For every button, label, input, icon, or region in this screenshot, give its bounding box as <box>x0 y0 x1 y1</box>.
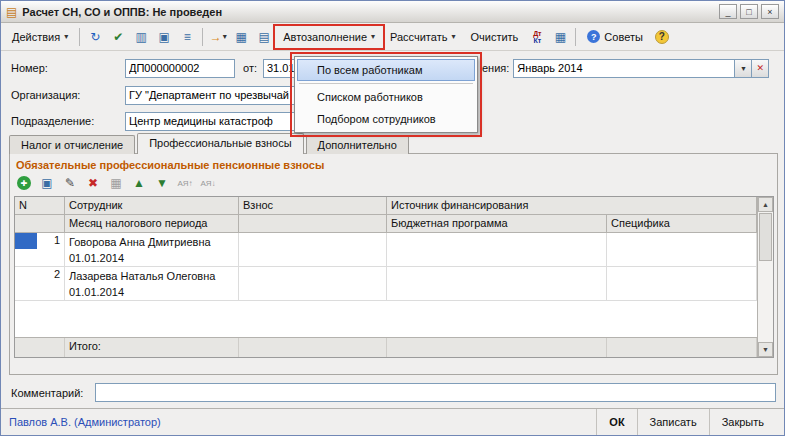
footer-buttons: ОК Записать Закрыть <box>596 409 776 435</box>
row-selection-marker <box>15 233 37 249</box>
scroll-down-icon: ▼ <box>762 346 769 353</box>
sort-asc-button[interactable]: АЯ↑ <box>176 174 194 192</box>
totals-row: Итого: <box>15 337 757 357</box>
reread-icon: ↻ <box>90 31 100 43</box>
document-icon: ▤ <box>6 5 17 19</box>
reread-button[interactable]: ↻ <box>84 26 106 48</box>
toolbar-separator <box>575 28 576 46</box>
scrollbar-thumb[interactable] <box>759 213 772 261</box>
organization-row: Организация: <box>11 85 301 105</box>
toolbar-separator <box>202 28 203 46</box>
column-header-month: Месяц налогового периода <box>65 215 239 233</box>
period-clear-button[interactable]: ✕ <box>752 59 769 78</box>
period-month: 01.01.2014 <box>69 250 234 266</box>
department-row: Подразделение: <box>11 111 301 131</box>
contributions-table: N Сотрудник Взнос Источник финансировани… <box>14 196 774 358</box>
tab-additional[interactable]: Дополнительно <box>306 135 409 154</box>
row-number-cell: 1 <box>15 233 65 266</box>
main-toolbar: Действия ▾ ↻ ✔ ▥ ▣ ≡ → ▾ ▦ ▤ Автозаполне… <box>1 23 784 51</box>
edit-row-button[interactable]: ✎ <box>61 174 79 192</box>
department-input[interactable] <box>125 112 301 131</box>
add-row-button[interactable]: ✚ <box>15 174 33 192</box>
move-down-button[interactable]: ▼ <box>153 174 171 192</box>
calculate-label: Рассчитать <box>390 31 447 43</box>
minimize-button[interactable]: _ <box>719 4 737 19</box>
arrow-down-icon: ▼ <box>156 177 168 189</box>
form-settings-button[interactable]: ▦ <box>230 26 252 48</box>
help-icon: ? <box>655 30 669 44</box>
post-button[interactable]: ✔ <box>107 26 129 48</box>
table-header-row-2: Месяц налогового периода Бюджетная прогр… <box>15 215 757 233</box>
close-label: Закрыть <box>722 416 764 428</box>
chevron-down-icon: ▾ <box>223 32 227 41</box>
scroll-down-button[interactable]: ▼ <box>758 342 773 357</box>
delete-row-button[interactable]: ✖ <box>84 174 102 192</box>
menu-item-all-employees[interactable]: По всем работникам <box>297 59 475 81</box>
structure-icon: ≡ <box>184 31 191 43</box>
date-label: от: <box>243 62 257 74</box>
delete-icon: ✖ <box>88 177 98 189</box>
copy-button[interactable]: ▣ <box>153 26 175 48</box>
totals-program-cell <box>387 338 607 357</box>
list-output-button[interactable]: ▤ <box>253 26 275 48</box>
totals-contribution-cell <box>239 338 387 357</box>
menu-separator <box>299 83 473 84</box>
journal-button[interactable]: ▦ <box>549 26 571 48</box>
calculate-button[interactable]: Рассчитать ▾ <box>383 27 462 47</box>
tab-label: Дополнительно <box>318 139 397 151</box>
column-header-blank <box>239 215 387 233</box>
move-up-button[interactable]: ▲ <box>130 174 148 192</box>
tab-label: Налог и отчисление <box>21 139 123 151</box>
column-header-blank <box>15 215 65 233</box>
comment-label: Комментарий: <box>11 387 95 399</box>
number-label: Номер: <box>11 62 125 74</box>
close-button[interactable]: × <box>761 4 779 19</box>
tab-professional[interactable]: Профессиональные взносы <box>137 133 303 154</box>
copy-row-button[interactable]: ▣ <box>38 174 56 192</box>
go-button[interactable]: → ▾ <box>207 26 229 48</box>
table-row[interactable]: 1 Говорова Анна Дмитриевна 01.01.2014 <box>15 233 757 267</box>
save-button[interactable]: Записать <box>637 409 709 435</box>
tab-tax[interactable]: Налог и отчисление <box>9 135 135 154</box>
menu-item-by-selection[interactable]: Подбором сотрудников <box>297 108 475 130</box>
column-header-funding-source: Источник финансирования <box>387 197 757 215</box>
comment-input[interactable] <box>95 383 776 402</box>
autofill-button[interactable]: Автозаполнение ▾ <box>276 27 382 47</box>
kt-icon: Кт <box>533 37 541 44</box>
grid-settings-button[interactable]: ▦ <box>107 174 125 192</box>
toolbar-separator <box>79 28 80 46</box>
grid-toolbar: ✚ ▣ ✎ ✖ ▦ ▲ ▼ АЯ↑ АЯ↓ <box>15 174 217 192</box>
sort-asc-icon: АЯ↑ <box>177 179 192 188</box>
vertical-scrollbar[interactable]: ▲ ▼ <box>757 197 773 357</box>
structure-button[interactable]: ≡ <box>176 26 198 48</box>
maximize-button[interactable]: □ <box>740 4 758 19</box>
totals-blank-cell <box>15 338 65 357</box>
save-label: Записать <box>650 416 697 428</box>
period-dropdown-button[interactable]: ▼ <box>735 59 752 78</box>
actions-button[interactable]: Действия ▾ <box>5 27 75 47</box>
number-input[interactable] <box>125 59 235 78</box>
add-icon: ✚ <box>17 176 31 190</box>
column-header-n: N <box>15 197 65 215</box>
organization-input[interactable] <box>125 86 301 105</box>
list-icon: ▤ <box>259 31 270 43</box>
menu-item-label: Списком работников <box>317 91 423 103</box>
scroll-up-button[interactable]: ▲ <box>758 197 773 212</box>
period-input[interactable] <box>513 59 735 78</box>
table-row[interactable]: 2 Лазарева Наталья Олеговна 01.01.2014 <box>15 267 757 301</box>
ok-button[interactable]: ОК <box>596 409 636 435</box>
chevron-down-icon: ▾ <box>451 32 455 41</box>
close-button-footer[interactable]: Закрыть <box>709 409 776 435</box>
print-button[interactable]: ▥ <box>130 26 152 48</box>
tab-label: Профессиональные взносы <box>149 137 291 149</box>
help-button[interactable]: ? <box>651 26 673 48</box>
dtkt-button[interactable]: Дт Кт <box>526 26 548 48</box>
table-empty-area <box>15 301 757 337</box>
dtkt-icon: Дт Кт <box>533 30 541 44</box>
clear-button[interactable]: Очистить <box>463 27 525 47</box>
sort-desc-button[interactable]: АЯ↓ <box>199 174 217 192</box>
menu-item-by-list[interactable]: Списком работников <box>297 86 475 108</box>
tips-button[interactable]: ? Советы <box>580 26 649 47</box>
journal-icon: ▦ <box>555 31 566 43</box>
row-number: 2 <box>54 268 60 280</box>
